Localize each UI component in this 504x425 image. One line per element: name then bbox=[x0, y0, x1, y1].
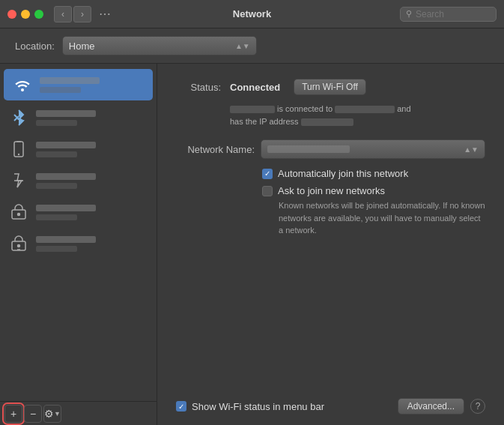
status-row: Status: Connected Turn Wi-Fi Off bbox=[176, 79, 485, 95]
connection-text: is connected to bbox=[277, 104, 335, 113]
status-value: Connected bbox=[230, 82, 280, 93]
vpn1-icon bbox=[7, 201, 30, 223]
checkmark-icon: ✓ bbox=[264, 169, 270, 178]
thunderbolt-icon bbox=[7, 169, 30, 192]
tb-name-blur bbox=[36, 173, 96, 180]
turn-wifi-off-button[interactable]: Turn Wi-Fi Off bbox=[294, 79, 366, 95]
advanced-button[interactable]: Advanced... bbox=[398, 398, 464, 415]
wifi-icon bbox=[11, 73, 34, 96]
bt-status-blur bbox=[36, 120, 77, 126]
ip-address-blur bbox=[301, 118, 353, 126]
vpn1-name-blur bbox=[36, 205, 96, 211]
vpn2-name-blur bbox=[36, 236, 96, 243]
bluetooth-icon bbox=[7, 106, 30, 129]
bt-name-blur bbox=[36, 110, 96, 117]
device-name-blur bbox=[230, 106, 275, 113]
vpn1-status-blur bbox=[36, 214, 77, 220]
sidebar-item-wifi[interactable] bbox=[4, 69, 153, 100]
wifi-status-blur bbox=[40, 87, 81, 93]
sidebar-item-iphone[interactable] bbox=[0, 133, 157, 165]
minimize-button[interactable] bbox=[21, 10, 30, 19]
sidebar-footer: + − ⚙ ▼ bbox=[0, 401, 157, 425]
right-panel: Status: Connected Turn Wi-Fi Off is conn… bbox=[157, 64, 504, 425]
location-value: Home bbox=[69, 40, 95, 52]
svg-point-2 bbox=[18, 154, 19, 155]
sidebar-item-thunderbolt[interactable] bbox=[0, 165, 157, 196]
helper-text: Known networks will be joined automatica… bbox=[279, 199, 485, 237]
wifi-name-blur bbox=[40, 77, 100, 84]
network-blur bbox=[335, 106, 395, 113]
ask-join-row: Ask to join new networks bbox=[262, 185, 485, 196]
search-icon: ⚲ bbox=[406, 9, 412, 19]
auto-join-label: Automatically join this network bbox=[278, 168, 408, 179]
bottom-row: ✓ Show Wi-Fi status in menu bar Advanced… bbox=[176, 398, 485, 415]
iphone-item-text bbox=[36, 142, 149, 157]
vpn2-icon bbox=[7, 232, 30, 255]
sidebar-item-vpn1[interactable] bbox=[0, 196, 157, 228]
network-name-value-blur bbox=[267, 145, 350, 153]
location-dropdown[interactable]: Home ▲▼ bbox=[62, 36, 257, 55]
iphone-name-blur bbox=[36, 142, 96, 148]
title-bar: ‹ › ⋯ Network ⚲ bbox=[0, 0, 504, 28]
show-wifi-label: Show Wi-Fi status in menu bar bbox=[192, 401, 324, 412]
close-button[interactable] bbox=[7, 10, 16, 19]
sidebar-item-vpn2[interactable] bbox=[0, 228, 157, 259]
vpn2-status-blur bbox=[36, 246, 77, 252]
status-label: Status: bbox=[176, 82, 221, 93]
ask-join-label: Ask to join new networks bbox=[278, 185, 385, 196]
ip-prefix-text: has the IP address bbox=[230, 117, 301, 126]
auto-join-row: ✓ Automatically join this network bbox=[262, 168, 485, 179]
back-button[interactable]: ‹ bbox=[54, 6, 72, 22]
show-wifi-checkmark-icon: ✓ bbox=[178, 403, 184, 411]
svg-point-8 bbox=[18, 245, 20, 247]
network-name-label: Network Name: bbox=[176, 144, 255, 155]
remove-network-button[interactable]: − bbox=[24, 405, 42, 423]
connection-info: is connected to and has the IP address bbox=[230, 103, 485, 127]
svg-point-0 bbox=[21, 88, 24, 91]
svg-point-6 bbox=[18, 214, 20, 216]
show-wifi-row: ✓ Show Wi-Fi status in menu bar bbox=[176, 401, 324, 412]
auto-join-checkbox[interactable]: ✓ bbox=[262, 169, 273, 179]
tb-status-blur bbox=[36, 183, 77, 189]
sidebar-list bbox=[0, 64, 157, 401]
bottom-right-buttons: Advanced... ? bbox=[398, 398, 485, 415]
maximize-button[interactable] bbox=[34, 10, 43, 19]
forward-button[interactable]: › bbox=[73, 6, 91, 22]
bluetooth-item-text bbox=[36, 110, 149, 126]
help-button[interactable]: ? bbox=[470, 399, 485, 414]
sidebar: + − ⚙ ▼ bbox=[0, 64, 157, 425]
network-name-row: Network Name: ▲▼ bbox=[176, 139, 485, 159]
window-title: Network bbox=[233, 8, 271, 19]
main-content: + − ⚙ ▼ Status: Connected Turn Wi-Fi Off… bbox=[0, 64, 504, 425]
thunderbolt-item-text bbox=[36, 173, 149, 189]
window-controls bbox=[7, 10, 43, 19]
wifi-item-text bbox=[40, 77, 145, 93]
show-wifi-checkbox[interactable]: ✓ bbox=[176, 401, 186, 412]
network-name-dropdown[interactable]: ▲▼ bbox=[261, 139, 485, 159]
gear-icon: ⚙ bbox=[44, 408, 54, 420]
iphone-icon bbox=[7, 138, 30, 160]
location-dropdown-arrow: ▲▼ bbox=[235, 42, 250, 50]
iphone-status-blur bbox=[36, 151, 77, 157]
sidebar-item-bluetooth[interactable] bbox=[0, 102, 157, 133]
app-grid-button[interactable]: ⋯ bbox=[99, 7, 111, 21]
vpn2-item-text bbox=[36, 236, 149, 252]
add-network-button[interactable]: + bbox=[4, 405, 22, 423]
search-input[interactable] bbox=[416, 9, 491, 19]
vpn1-item-text bbox=[36, 205, 149, 220]
location-label: Location: bbox=[15, 40, 55, 52]
network-dropdown-arrow: ▲▼ bbox=[464, 145, 479, 154]
svg-rect-3 bbox=[16, 141, 21, 142]
ask-join-checkbox[interactable] bbox=[262, 186, 273, 196]
nav-buttons: ‹ › bbox=[54, 6, 91, 22]
location-bar: Location: Home ▲▼ bbox=[0, 28, 504, 64]
gear-dropdown-arrow: ▼ bbox=[54, 410, 61, 418]
network-settings-button[interactable]: ⚙ ▼ bbox=[43, 405, 61, 423]
search-box: ⚲ bbox=[400, 7, 497, 22]
connection-suffix: and bbox=[397, 104, 410, 113]
